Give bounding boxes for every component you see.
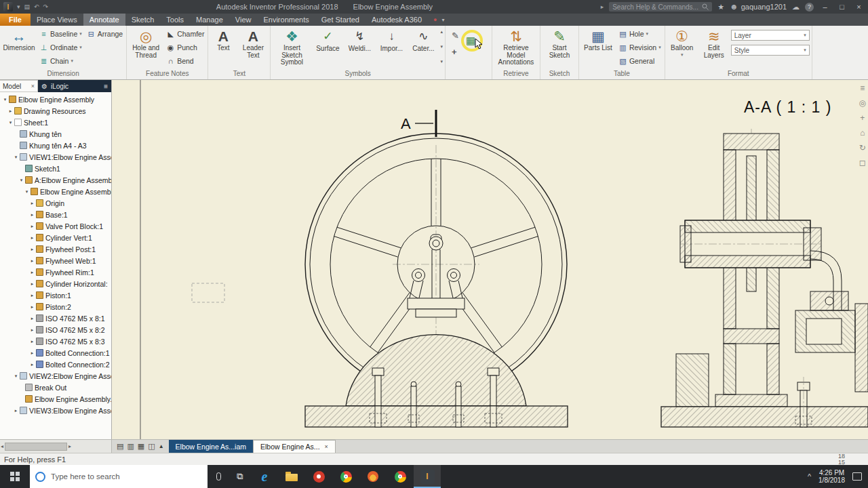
tree-item-flywheel-rim-1[interactable]: ▸Flywheel Rim:1	[0, 266, 111, 278]
caterpillar-symbol-button[interactable]: ∿ Cater...	[408, 26, 438, 68]
ribbon-tab-sketch[interactable]: Sketch	[125, 14, 161, 26]
welding-symbol-button[interactable]: ↯ Weldi...	[344, 26, 374, 68]
symbols-scroll-down-icon[interactable]: ▾	[440, 44, 443, 49]
scrollbar-thumb[interactable]	[5, 443, 67, 451]
tree-expander-icon[interactable]: ▸	[29, 258, 35, 264]
pin-icon[interactable]: ▲	[159, 443, 164, 449]
tree-expander-icon[interactable]: ▾	[7, 120, 14, 125]
tree-item-khung-t-n[interactable]: Khung tên	[0, 128, 111, 140]
tree-item-iso-4762-m5-x-8-1[interactable]: ▸ISO 4762 M5 x 8:1	[0, 312, 111, 324]
minimize-button[interactable]: –	[819, 3, 831, 11]
baseline-button[interactable]: ≡Baseline▾	[38, 28, 83, 40]
hole-table-button[interactable]: ▤Hole▾	[617, 28, 663, 40]
tree-expander-icon[interactable]: ▸	[7, 108, 14, 114]
navigation-wheel-icon[interactable]: ◎	[859, 98, 866, 108]
tree-expander-icon[interactable]: ▸	[29, 224, 35, 229]
window-split-icon[interactable]: ◫	[148, 442, 155, 451]
browser-horizontal-scrollbar[interactable]: ◂ ▸	[0, 440, 112, 453]
close-icon[interactable]: ×	[31, 83, 35, 89]
ribbon-tab-get-started[interactable]: Get Started	[315, 14, 366, 26]
look-at-icon[interactable]: ◻	[859, 158, 866, 167]
tree-expander-icon[interactable]: ▸	[29, 270, 35, 275]
tree-item-view1-elbow-engine-assembl[interactable]: ▾VIEW1:Elbow Engine Assembl	[0, 151, 111, 163]
window-arrange-icon[interactable]: ▦	[138, 442, 144, 451]
text-button[interactable]: A Text	[210, 26, 236, 68]
taskbar-app-edge[interactable]: e	[251, 465, 278, 488]
import-symbol-button[interactable]: ↓ Impor...	[376, 26, 406, 68]
ribbon-tab-manage[interactable]: Manage	[190, 14, 229, 26]
style-select[interactable]: Style ▾	[731, 45, 810, 56]
tree-item-sheet-1[interactable]: ▾Sheet:1	[0, 117, 111, 128]
taskbar-search-input[interactable]: Type here to search	[30, 465, 208, 488]
tree-item-view2-elbow-engine-asse[interactable]: ▾VIEW2:Elbow Engine Asse	[0, 370, 111, 382]
revision-table-button[interactable]: ▥Revision▾	[617, 41, 663, 54]
chamfer-button[interactable]: ◣Chamfer	[165, 28, 205, 40]
punch-button[interactable]: ◉Punch	[165, 41, 205, 54]
tree-item-elbow-engine-assembly-ia[interactable]: Elbow Engine Assembly.ia	[0, 393, 111, 405]
tree-item-drawing-resources[interactable]: ▸Drawing Resources	[0, 105, 111, 117]
window-cascade-icon[interactable]: ▤	[117, 442, 123, 451]
quick-access-menu-icon[interactable]: ▾	[17, 3, 20, 10]
ribbon-tab-environments[interactable]: Environments	[257, 14, 315, 26]
tree-expander-icon[interactable]: ▸	[29, 247, 35, 252]
tree-item-break-out[interactable]: Break Out	[0, 382, 111, 393]
tree-expander-icon[interactable]: ▸	[13, 408, 19, 413]
tree-item-flywheel-web-1[interactable]: ▸Flywheel Web:1	[0, 255, 111, 266]
tree-item-piston-1[interactable]: ▸Piston:1	[0, 289, 111, 301]
symbols-scroll-up-icon[interactable]: ▴	[440, 29, 443, 35]
tree-item-valve-port-block-1[interactable]: ▸Valve Port Block:1	[0, 220, 111, 232]
insert-sketch-symbol-button[interactable]: ❖ Insert Sketch Symbol	[273, 26, 311, 68]
leader-text-button[interactable]: A Leader Text	[238, 26, 268, 68]
tree-item-iso-4762-m5-x-8-3[interactable]: ▸ISO 4762 M5 x 8:3	[0, 336, 111, 347]
taskbar-app-chrome-2[interactable]	[387, 465, 414, 488]
tree-expander-icon[interactable]: ▾	[18, 178, 24, 183]
scroll-left-icon[interactable]: ◂	[1, 443, 3, 449]
tree-expander-icon[interactable]: ▾	[13, 373, 19, 379]
edit-layers-button[interactable]: ≋ Edit Layers	[699, 26, 729, 68]
tree-item-elbow-engine-assembly[interactable]: ▾Elbow Engine Assembly	[0, 186, 111, 197]
tree-item-bolted-connection-2[interactable]: ▸Bolted Connection:2	[0, 359, 111, 370]
start-sketch-button[interactable]: ✎ Start Sketch	[542, 26, 576, 68]
taskbar-clock[interactable]: 4:26 PM 1/8/2018	[818, 469, 845, 484]
maximize-button[interactable]: □	[836, 3, 848, 11]
ilogic-bar[interactable]: ⚙ iLogic ≡	[38, 80, 111, 92]
ribbon-tab-place-views[interactable]: Place Views	[31, 14, 83, 26]
tree-expander-icon[interactable]: ▸	[29, 327, 35, 333]
ribbon-tab-view[interactable]: View	[229, 14, 258, 26]
ribbon-tab-annotate[interactable]: Annotate	[83, 14, 125, 26]
orbit-icon[interactable]: ↻	[859, 143, 866, 152]
general-table-button[interactable]: ▧General	[617, 55, 663, 67]
scroll-right-icon[interactable]: ▸	[68, 443, 71, 449]
tree-expander-icon[interactable]: ▸	[29, 201, 35, 206]
drawing-canvas[interactable]: ≡ ◎ + ⌂ ↻ ◻ A	[112, 80, 868, 439]
account-button[interactable]: ☻ gaquang1201	[730, 2, 787, 12]
tree-item-elbow-engine-assembly[interactable]: ▾Elbow Engine Assembly	[0, 94, 111, 105]
tree-expander-icon[interactable]: ▸	[29, 339, 35, 344]
window-tile-icon[interactable]: ▥	[127, 442, 134, 451]
crosshair-icon[interactable]: +	[452, 47, 457, 57]
start-button[interactable]	[0, 465, 30, 488]
zoom-home-icon[interactable]: ⌂	[860, 128, 865, 138]
taskbar-app-chrome[interactable]	[332, 465, 359, 488]
task-view-button[interactable]: ⧉	[229, 465, 251, 488]
tree-expander-icon[interactable]: ▸	[29, 235, 35, 241]
taskbar-app-inventor[interactable]: I	[414, 465, 441, 488]
help-search-input[interactable]: Search Help & Commands...	[609, 2, 712, 12]
tree-expander-icon[interactable]: ▸	[29, 212, 35, 218]
expand-arrow-icon[interactable]: ▸	[601, 3, 604, 10]
doc-tab-drawing[interactable]: Elbow Engine As... ×	[253, 440, 336, 453]
a360-cloud-icon[interactable]: ☁	[792, 3, 800, 12]
browser-tab-model[interactable]: Model ×	[0, 80, 38, 92]
retrieve-model-annotations-button[interactable]: ⇅ Retrieve Model Annotations	[494, 26, 538, 68]
tree-expander-icon[interactable]: ▸	[29, 304, 35, 310]
tree-item-khung-t-n-a4-a3[interactable]: Khung tên A4 - A3	[0, 140, 111, 151]
undo-icon[interactable]: ↶	[34, 3, 39, 10]
notification-center-icon[interactable]	[852, 472, 862, 481]
bend-button[interactable]: ∩Bend	[165, 55, 205, 67]
pan-icon[interactable]: +	[860, 113, 865, 123]
tree-item-base-1[interactable]: ▸Base:1	[0, 209, 111, 220]
ordinate-button[interactable]: ⊥Ordinate▾	[38, 41, 83, 54]
tree-item-bolted-connection-1[interactable]: ▸Bolted Connection:1	[0, 347, 111, 359]
taskbar-app-file-explorer[interactable]	[278, 465, 305, 488]
close-button[interactable]: ×	[853, 3, 865, 11]
